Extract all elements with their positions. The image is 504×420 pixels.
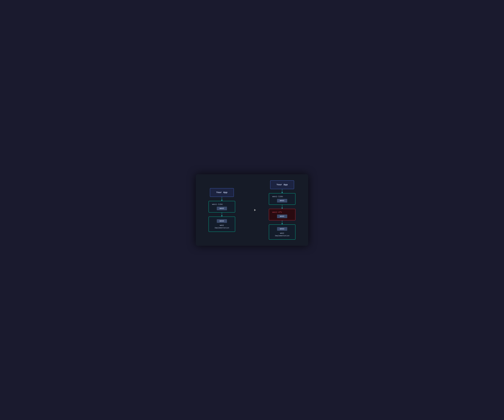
arrow-tip (221, 215, 222, 217)
main-container: Your App wasi-libc WASI WASI WASIImpleme… (196, 174, 308, 246)
arrow-line (222, 197, 222, 200)
right-arrow-3 (282, 220, 283, 225)
arrow-tip (282, 192, 283, 193)
arrow-line (282, 205, 282, 208)
right-your-app-label: Your App (276, 183, 288, 186)
left-wasi-impl-label: WASIImplementation (215, 224, 229, 229)
right-wasi-badge-bottom: WASI (277, 227, 287, 231)
center-arrow (248, 208, 256, 212)
right-wasi-impl-label: WASIImplementation (275, 232, 289, 237)
right-wasi-impl-box: WASI WASIImplementation (269, 225, 295, 240)
arrow-tip (282, 223, 283, 225)
left-your-app-label: Your App (216, 191, 227, 194)
right-wasi-vfs-badge: WASI (277, 214, 287, 218)
right-arrow-2 (282, 205, 283, 209)
right-wasi-badge-1: WASI (277, 199, 287, 202)
left-wasi-badge-1: WASI (217, 207, 227, 210)
right-diagram: Your App wasi-libc WASI wasi-vfs WASI (264, 180, 300, 240)
left-wasi-libc-label: wasi-libc (211, 203, 223, 206)
center-arrow-svg (248, 208, 256, 212)
right-your-app-box: Your App (270, 180, 294, 189)
arrow-line (282, 220, 282, 223)
arrow-line (222, 213, 222, 215)
arrow-tip (282, 208, 283, 209)
right-wasi-vfs-label: wasi-vfs (271, 211, 282, 213)
left-arrow-2 (221, 213, 222, 217)
left-your-app-box: Your App (210, 188, 234, 197)
right-wasi-libc-label: wasi-libc (271, 195, 283, 198)
left-wasi-libc-box: wasi-libc WASI (209, 201, 235, 213)
right-wasi-vfs-box: wasi-vfs WASI (269, 209, 295, 220)
right-wasi-libc-box: wasi-libc WASI (269, 193, 295, 205)
left-wasi-badge-2: WASI (217, 219, 227, 223)
right-arrow-1 (282, 189, 283, 193)
left-diagram: Your App wasi-libc WASI WASI WASIImpleme… (204, 188, 240, 232)
left-arrow-1 (221, 197, 222, 201)
arrow-tip (221, 200, 222, 201)
arrow-line (282, 189, 282, 192)
svg-marker-1 (254, 209, 256, 211)
left-wasi-impl-box: WASI WASIImplementation (209, 217, 235, 232)
